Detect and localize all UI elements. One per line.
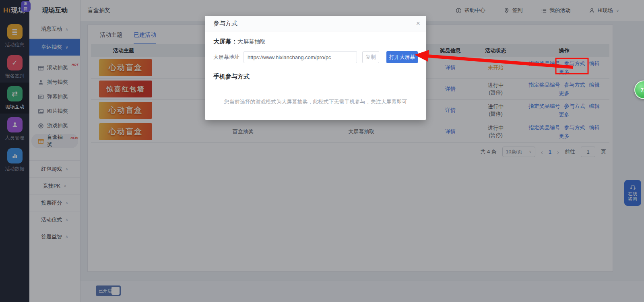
open-big-screen-button[interactable]: 打开大屏幕 xyxy=(386,51,418,63)
screen-url-label: 大屏幕地址 xyxy=(213,54,239,61)
modal-title: 参与方式 xyxy=(213,20,237,27)
close-icon[interactable]: × xyxy=(416,19,420,28)
participation-modal: 参与方式 × 大屏幕：大屏幕抽取 大屏幕地址 复制 打开大屏幕 手机参与方式 您… xyxy=(205,16,426,120)
screen-mode-value: 大屏幕抽取 xyxy=(237,38,266,45)
badge-value: 72 xyxy=(641,87,644,93)
screen-mode-label: 大屏幕： xyxy=(213,38,237,45)
phone-participation-title: 手机参与方式 xyxy=(213,73,418,81)
screen-mode-line: 大屏幕：大屏幕抽取 xyxy=(213,38,418,46)
screen-url-input[interactable] xyxy=(244,51,357,63)
phone-participation-note: 您当前选择的游戏模式为大屏幕抽奖，此模式下无需手机参与，关注大屏幕即可 xyxy=(213,98,418,105)
modal-header: 参与方式 × xyxy=(205,16,426,31)
copy-button[interactable]: 复制 xyxy=(362,51,379,63)
page: Hi现场 返回 ≣ 活动信息 ✓ 报名签到 ⇄ 现场互动 人员管理 xyxy=(0,0,644,302)
